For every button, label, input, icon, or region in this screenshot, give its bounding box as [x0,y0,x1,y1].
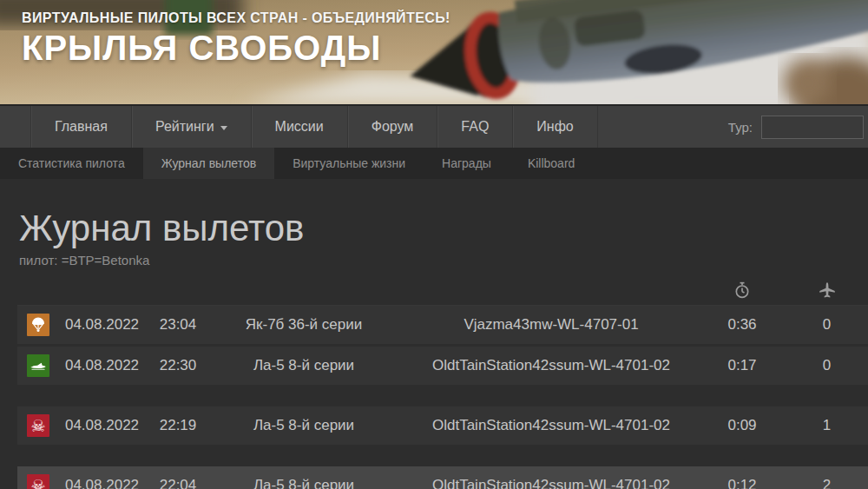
parachute-icon [30,317,46,333]
nav-item-label: FAQ [461,119,489,135]
flight-log-row[interactable]: ☠ 04.08.2022 22:04 Ла-5 8-й серии OldtTa… [17,466,868,489]
sortie-date: 04.08.2022 [52,357,152,374]
nav-item-label: Миссии [275,119,324,135]
sortie-mission: Vjazma43mw-WL-4707-01 [404,316,699,334]
subnav-tab[interactable]: Killboard [510,148,593,179]
status-cell: ☠ [17,414,52,437]
main-content: Журнал вылетов пилот: =BTP=Betonka [0,179,868,489]
pilot-subtitle: пилот: =BTP=Betonka [19,253,849,268]
sortie-time: 22:04 [152,477,204,489]
subnav-tab[interactable]: Виртуальные жизни [274,148,424,179]
nav-item-label: Форум [372,119,414,135]
sortie-duration: 0:36 [699,316,786,334]
status-cell [17,354,52,377]
chevron-down-icon [220,126,227,130]
duration-column-header [699,281,786,299]
subnav-tab[interactable]: Статистика пилота [0,148,143,179]
flight-log-header [17,274,868,306]
status-cell [17,314,52,336]
page-title: Журнал вылетов [19,208,849,249]
row-group-gap [17,447,868,466]
sortie-time: 22:19 [152,417,204,434]
main-nav: ГлавнаяРейтингиМиссииФорумFAQИнфо Тур: [0,104,868,148]
flight-log-row[interactable]: 04.08.2022 22:30 Ла-5 8-й серии OldtTain… [17,347,868,385]
site-tagline: ВИРТУАЛЬНЫЕ ПИЛОТЫ ВСЕХ СТРАН - ОБЪЕДИНЯ… [22,10,450,26]
status-badge: ☠ [27,414,49,437]
aircraft-icon [819,281,836,299]
sortie-duration: 0:17 [699,357,786,374]
sortie-aircraft: Ла-5 8-й серии [204,417,404,434]
sortie-mission: OldtTainStation42ssum-WL-4701-02 [404,417,699,434]
flight-log-row[interactable]: ☠ 04.08.2022 22:19 Ла-5 8-й серии OldtTa… [17,406,868,445]
row-group-gap [17,387,868,406]
count-column-header [786,281,868,299]
nav-item-инфо[interactable]: Инфо [513,106,597,148]
sortie-count: 0 [786,357,868,374]
sortie-count: 0 [786,316,868,334]
nav-item-форум[interactable]: Форум [348,106,438,148]
tour-input[interactable] [761,116,864,139]
sortie-aircraft: Як-7б 36-й серии [204,316,404,334]
status-badge: ☠ [27,474,49,489]
sortie-mission: OldtTainStation42ssum-WL-4701-02 [404,477,699,489]
sortie-time: 22:30 [152,357,204,374]
sortie-aircraft: Ла-5 8-й серии [204,357,404,374]
nav-item-label: Инфо [536,119,573,135]
sortie-duration: 0:12 [699,477,786,489]
skull-crossbones-icon: ☠ [30,478,45,489]
sortie-time: 23:04 [152,316,204,334]
nav-item-label: Главная [55,119,108,135]
sortie-count: 2 [786,477,868,489]
flight-log-rows: 04.08.2022 23:04 Як-7б 36-й серии Vjazma… [17,306,868,489]
nav-item-миссии[interactable]: Миссии [252,106,348,148]
sortie-mission: OldtTainStation42ssum-WL-4701-02 [404,357,699,374]
sortie-duration: 0:09 [699,417,786,434]
status-badge [27,354,49,377]
subnav-tab[interactable]: Награды [424,148,510,179]
stopwatch-icon [733,281,751,299]
skull-crossbones-icon: ☠ [30,418,45,434]
sortie-date: 04.08.2022 [52,477,152,489]
nav-item-главная[interactable]: Главная [30,106,132,148]
pilot-subnav: Статистика пилотаЖурнал вылетовВиртуальн… [0,148,868,179]
nav-item-рейтинги[interactable]: Рейтинги [132,106,252,148]
flight-log-table: 04.08.2022 23:04 Як-7б 36-й серии Vjazma… [17,274,868,489]
subnav-tab[interactable]: Журнал вылетов [143,148,274,179]
nav-item-faq[interactable]: FAQ [437,106,513,148]
status-cell: ☠ [17,474,52,489]
landed-plane-icon [30,357,47,374]
flight-log-row[interactable]: 04.08.2022 23:04 Як-7б 36-й серии Vjazma… [17,306,868,344]
sortie-count: 1 [786,417,868,434]
sortie-date: 04.08.2022 [52,316,152,334]
tour-filter: Тур: [728,106,868,148]
sortie-date: 04.08.2022 [52,417,152,434]
hero-banner: ВИРТУАЛЬНЫЕ ПИЛОТЫ ВСЕХ СТРАН - ОБЪЕДИНЯ… [0,0,868,104]
sortie-aircraft: Ла-5 8-й серии [204,477,404,489]
nav-item-label: Рейтинги [155,119,214,135]
main-nav-items: ГлавнаяРейтингиМиссииФорумFAQИнфо [30,106,598,148]
site-title: КРЫЛЬЯ СВОБОДЫ [22,29,450,68]
tour-label: Тур: [728,120,753,135]
status-badge [27,314,49,336]
